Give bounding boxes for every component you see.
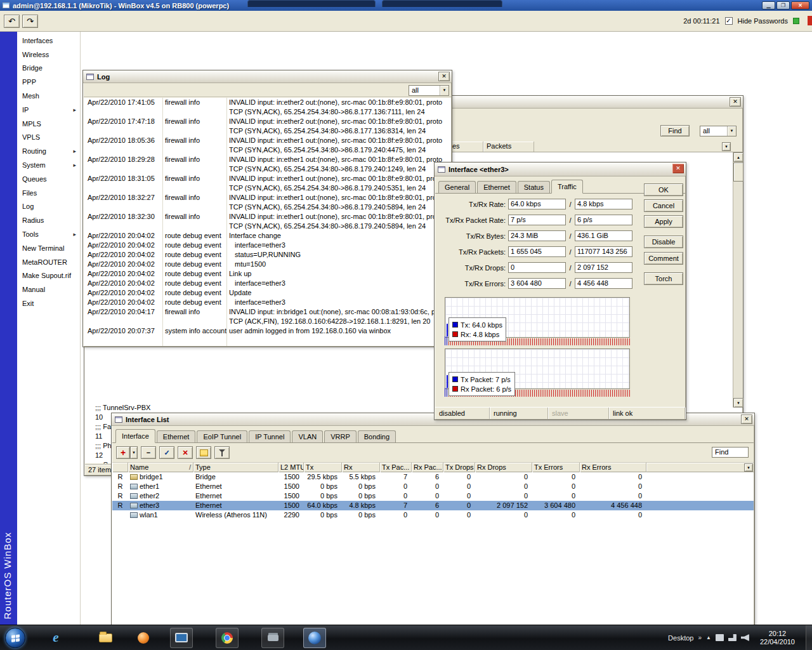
log-row[interactable]: Apr/22/2010 20:04:17firewall infoINVALID… (84, 307, 451, 326)
maximize-button[interactable]: ❐ (776, 1, 790, 10)
sidebar-item-mpls[interactable]: MPLS (17, 117, 80, 131)
tab-ip-tunnel[interactable]: IP Tunnel (249, 430, 291, 442)
hide-passwords-checkbox[interactable]: ✓ (725, 17, 733, 25)
column-header-flags[interactable] (112, 463, 128, 473)
sidebar-item-make-supout-rif[interactable]: Make Supout.rif (17, 269, 80, 283)
sidebar-item-wireless[interactable]: Wireless (17, 48, 80, 62)
firewall-column-header[interactable]: Packets (483, 142, 534, 152)
tab-vlan[interactable]: VLAN (292, 430, 323, 442)
network-icon[interactable] (728, 634, 737, 641)
log-row[interactable]: Apr/22/2010 18:32:27firewall infoINVALID… (84, 193, 451, 212)
log-row[interactable]: Apr/22/2010 17:41:05firewall infoINVALID… (84, 98, 451, 117)
disable-button[interactable]: ✕ (178, 446, 193, 459)
log-row[interactable]: Apr/22/2010 20:04:02route debug eventint… (84, 298, 451, 307)
sidebar-item-system[interactable]: System▸ (17, 158, 80, 172)
find-box[interactable]: Find (712, 447, 749, 458)
log-row[interactable]: Apr/22/2010 20:04:02route debug eventUpd… (84, 288, 451, 298)
sidebar-item-ip[interactable]: IP▸ (17, 103, 80, 117)
close-icon[interactable]: ✕ (730, 97, 741, 107)
sidebar-item-exit[interactable]: Exit (17, 296, 80, 310)
log-row[interactable]: Apr/22/2010 18:32:30firewall infoINVALID… (84, 212, 451, 231)
sidebar-item-radius[interactable]: Radius (17, 213, 80, 227)
interface-row-ether1[interactable]: Rether1Ethernet15000 bps0 bps000000 (112, 482, 754, 491)
sidebar-item-bridge[interactable]: Bridge (17, 62, 80, 76)
utility-icon[interactable] (261, 628, 284, 648)
background-browser-tab[interactable] (247, 0, 376, 7)
desktop-toolbar-label[interactable]: Desktop (668, 634, 693, 642)
interface-row-wlan1[interactable]: wlan1Wireless (Atheros 11N)22900 bps0 bp… (112, 510, 754, 520)
log-row[interactable]: Apr/22/2010 17:47:18firewall infoINVALID… (84, 117, 451, 136)
tab-ethernet[interactable]: Ethernet (157, 430, 196, 442)
ok-button[interactable]: OK (644, 183, 683, 196)
tab-bonding[interactable]: Bonding (358, 430, 396, 442)
cancel-button[interactable]: Cancel (644, 199, 683, 212)
ether3-titlebar[interactable]: Interface <ether3> ✕ (435, 162, 686, 176)
winbox-taskbar-icon[interactable] (303, 628, 326, 648)
log-row[interactable]: Apr/22/2010 20:04:02route debug eventInt… (84, 231, 451, 241)
sidebar-item-metarouter[interactable]: MetaROUTER (17, 255, 80, 269)
close-icon[interactable]: ✕ (438, 72, 450, 81)
show-desktop-button[interactable] (806, 625, 812, 650)
close-icon[interactable]: ✕ (741, 415, 752, 424)
enable-button[interactable]: ✓ (159, 446, 174, 459)
interface-row-ether2[interactable]: Rether2Ethernet15000 bps0 bps000000 (112, 491, 754, 501)
redo-button[interactable]: ↷ (22, 15, 38, 28)
sidebar-item-queues[interactable]: Queues (17, 172, 80, 186)
column-header-tx-pac[interactable]: Tx Pac... (380, 463, 412, 473)
add-button[interactable]: + ▼ (116, 446, 138, 459)
log-row[interactable]: Apr/22/2010 20:04:02route debug eventsta… (84, 250, 451, 260)
tab-ethernet[interactable]: Ethernet (477, 181, 516, 193)
background-browser-tab[interactable] (382, 0, 502, 7)
chrome-icon[interactable] (216, 628, 239, 648)
folder-icon[interactable] (94, 628, 117, 648)
sidebar-item-log[interactable]: Log (17, 200, 80, 214)
apply-button[interactable]: Apply (644, 215, 683, 228)
sidebar-item-new-terminal[interactable]: New Terminal (17, 241, 80, 255)
column-selector-button[interactable]: ▼ (744, 463, 753, 472)
tab-traffic[interactable]: Traffic (551, 180, 583, 194)
comment-button[interactable] (196, 446, 211, 459)
filter-button[interactable] (214, 446, 230, 459)
log-row[interactable]: Apr/22/2010 20:07:37system info accountu… (84, 326, 451, 336)
tab-interface[interactable]: Interface (115, 429, 155, 443)
column-header-rx-errors[interactable]: Rx Errors (580, 463, 646, 473)
sidebar-item-manual[interactable]: Manual (17, 282, 80, 296)
log-row[interactable]: Apr/22/2010 20:04:02route debug eventint… (84, 241, 451, 250)
scroll-down-icon[interactable]: ▼ (733, 398, 743, 408)
undo-button[interactable]: ↶ (4, 15, 20, 28)
filter-dropdown[interactable]: all ▼ (700, 126, 737, 136)
remove-button[interactable]: − (141, 446, 156, 459)
log-row[interactable]: Apr/22/2010 20:04:02route debug eventmtu… (84, 260, 451, 269)
media-player-icon[interactable] (132, 628, 155, 648)
tab-status[interactable]: Status (518, 181, 550, 193)
log-window-titlebar[interactable]: Log ✕ (83, 70, 452, 83)
tab-vrrp[interactable]: VRRP (324, 430, 357, 442)
find-button[interactable]: Find (660, 125, 690, 136)
sidebar-item-ppp[interactable]: PPP (17, 75, 80, 89)
sidebar-item-mesh[interactable]: Mesh (17, 89, 80, 103)
column-header-name[interactable]: Name/ (128, 463, 193, 473)
scrollbar-thumb[interactable] (733, 162, 743, 182)
interface-row-ether3[interactable]: Rether3Ethernet150064.0 kbps4.8 kbps7602… (112, 501, 754, 510)
log-row[interactable]: Apr/22/2010 18:29:28firewall infoINVALID… (84, 155, 451, 174)
notification-chevron-icon[interactable]: ▲ (706, 635, 711, 640)
close-button[interactable]: ✕ (791, 1, 809, 10)
toolbar-chevron-icon[interactable]: » (698, 634, 702, 641)
interface-row-bridge1[interactable]: Rbridge1Bridge150029.5 kbps5.5 kbps76000… (112, 472, 754, 482)
log-row[interactable]: Apr/22/2010 20:04:02route debug eventint… (84, 279, 451, 288)
input-indicator-icon[interactable] (716, 634, 724, 641)
column-header-type[interactable]: Type (193, 463, 278, 473)
minimize-button[interactable]: ▁ (762, 1, 775, 10)
log-row[interactable]: Apr/22/2010 18:05:36firewall infoINVALID… (84, 136, 451, 155)
disable-button[interactable]: Disable (644, 235, 683, 248)
tab-general[interactable]: General (438, 181, 476, 193)
log-filter-dropdown[interactable]: all ▼ (409, 85, 449, 96)
clock[interactable]: 20:12 22/04/2010 (760, 630, 795, 646)
volume-icon[interactable] (741, 634, 749, 641)
column-header-rx[interactable]: Rx (342, 463, 380, 473)
sidebar-item-routing[interactable]: Routing▸ (17, 144, 80, 158)
remote-desktop-icon[interactable] (170, 628, 193, 648)
sidebar-item-vpls[interactable]: VPLS (17, 131, 80, 145)
column-header-rx-drops[interactable]: Rx Drops (475, 463, 532, 473)
sidebar-item-files[interactable]: Files (17, 186, 80, 200)
